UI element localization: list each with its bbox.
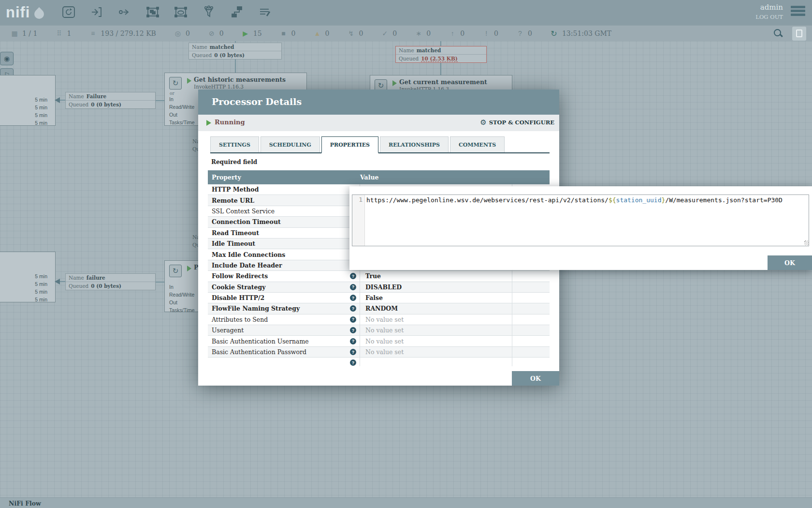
current-user: admin xyxy=(755,3,783,12)
status-disabled: ↯ 0 xyxy=(347,30,363,37)
tab-scheduling[interactable]: SCHEDULING xyxy=(261,136,320,152)
running-indicator-icon xyxy=(392,80,397,86)
breadcrumb-bar: NiFi Flow xyxy=(0,497,812,508)
help-icon[interactable]: ? xyxy=(350,349,356,355)
connection-arrow-left-top xyxy=(55,97,60,103)
connection-line xyxy=(156,100,164,101)
tab-properties[interactable]: PROPERTIES xyxy=(321,136,378,153)
remote-url-value[interactable]: https://www.pegelonline.wsv.de/webservic… xyxy=(365,195,809,246)
logout-link[interactable]: LOG OUT xyxy=(755,14,783,20)
thread-grid-icon: ⠿ xyxy=(55,30,63,37)
status-up-to-date: ✓ 0 xyxy=(381,30,397,37)
global-menu-icon[interactable] xyxy=(791,6,805,18)
connection-line xyxy=(60,100,65,101)
running-icon: ▶ xyxy=(242,30,249,37)
status-transmitting: ◎ 0 xyxy=(174,30,190,37)
transmitting-icon: ◎ xyxy=(174,30,182,37)
nifi-drop-icon xyxy=(32,7,45,21)
settings-glyph-icon xyxy=(796,30,802,37)
connection-label-failure-bottom: Name failure Queued 0 (0 bytes) xyxy=(65,273,156,290)
connection-line xyxy=(440,63,441,75)
input-port-icon[interactable] xyxy=(88,4,105,20)
tab-relationships[interactable]: RELATIONSHIPS xyxy=(380,136,449,152)
dialog-status-row: Running ⚙ STOP & CONFIGURE xyxy=(198,115,559,131)
output-port-icon[interactable] xyxy=(116,4,133,20)
help-icon[interactable]: ? xyxy=(350,273,356,279)
status-stopped: ■ 0 xyxy=(280,30,296,37)
operate-settings-button[interactable] xyxy=(792,27,806,41)
table-row[interactable]: Useragent? No value set xyxy=(208,325,550,336)
table-row[interactable]: Cookie Strategy? DISABLED xyxy=(208,282,550,293)
table-row[interactable]: Basic Authentication Password? No value … xyxy=(208,347,550,358)
queued-list-icon: ≡ xyxy=(89,30,97,37)
required-field-note: Required field xyxy=(211,159,257,165)
template-icon[interactable] xyxy=(229,4,245,20)
running-status-icon xyxy=(206,120,211,126)
dialog-tabs: SETTINGS SCHEDULING PROPERTIES RELATIONS… xyxy=(210,136,550,153)
processor-icon[interactable] xyxy=(60,4,77,20)
canvas-fragment-button-1: ◉ xyxy=(0,52,14,65)
label-icon[interactable] xyxy=(257,4,273,20)
stale-icon: ↑ xyxy=(449,30,456,37)
column-header-property: Property xyxy=(212,174,360,181)
connection-line xyxy=(60,281,65,282)
line-number-gutter: 1 xyxy=(352,195,365,246)
connection-line xyxy=(440,41,441,46)
help-icon[interactable]: ? xyxy=(350,295,356,301)
partial-processor-left-top: 5 min 5 min 5 min 5 min xyxy=(0,75,56,126)
help-icon[interactable]: ? xyxy=(350,338,356,344)
partial-processor-left-bottom: 5 min 5 min 5 min 5 min xyxy=(0,252,56,302)
funnel-icon[interactable] xyxy=(201,4,217,20)
tab-comments[interactable]: COMMENTS xyxy=(450,136,505,152)
dialog-ok-button[interactable]: OK xyxy=(512,371,559,386)
value-editor-popup: 1 https://www.pegelonline.wsv.de/webserv… xyxy=(349,186,812,270)
help-icon[interactable]: ? xyxy=(350,284,356,290)
sync-failure-icon: ? xyxy=(516,30,524,37)
status-not-transmitting: ⊘ 0 xyxy=(208,30,224,37)
cluster-cubes-icon: ▦ xyxy=(11,30,18,37)
status-stale: ↑ 0 xyxy=(449,30,464,37)
locally-modified-icon: ∗ xyxy=(415,30,422,37)
connection-label-failure: Name Failure Queued 0 (0 bytes) xyxy=(65,92,156,109)
help-icon[interactable]: ? xyxy=(350,327,356,333)
status-locally-modified-stale: ! 0 xyxy=(482,30,498,37)
value-editor-textarea[interactable]: 1 https://www.pegelonline.wsv.de/webserv… xyxy=(352,194,809,246)
top-toolbar: nifi admin LOG OUT xyxy=(0,0,812,25)
running-indicator-icon xyxy=(187,266,191,271)
table-row[interactable]: FlowFile Naming Strategy? RANDOM xyxy=(208,303,550,314)
refresh-icon[interactable]: ↻ xyxy=(550,29,558,38)
status-bar: ▦ 1 / 1 ⠿ 1 ≡ 193 / 279.12 KB ◎ 0 ⊘ 0 ▶ … xyxy=(0,25,812,41)
table-row[interactable]: Basic Authentication Username? No value … xyxy=(208,336,550,346)
tab-settings[interactable]: SETTINGS xyxy=(210,136,259,152)
table-row[interactable]: Follow Redirects? True xyxy=(208,271,550,282)
stopped-icon: ■ xyxy=(280,30,288,37)
breadcrumb[interactable]: NiFi Flow xyxy=(9,500,41,507)
invalid-icon: ▲ xyxy=(313,30,321,37)
connection-label-matched: Name matched Queued 0 (0 bytes) xyxy=(188,43,282,60)
status-running: ▶ 15 xyxy=(242,30,262,37)
disabled-icon: ↯ xyxy=(347,30,355,37)
connection-line xyxy=(235,59,236,73)
running-indicator-icon xyxy=(187,78,191,84)
connection-label-matched-selected: Name matched Queued 10 (2.53 KB) xyxy=(395,46,487,63)
status-invalid: ▲ 0 xyxy=(313,30,329,37)
gear-icon: ⚙ xyxy=(480,118,486,127)
processor-type-icon: ↻ xyxy=(169,265,182,277)
value-editor-ok-button[interactable]: OK xyxy=(768,255,812,270)
processor-type-icon: ↻ xyxy=(169,77,182,90)
table-row[interactable]: Disable HTTP/2? False xyxy=(208,293,550,303)
resize-handle-icon[interactable] xyxy=(804,240,809,245)
up-to-date-icon: ✓ xyxy=(381,30,389,37)
help-icon[interactable]: ? xyxy=(350,316,356,323)
connection-arrow-left-bottom xyxy=(55,279,60,284)
table-row[interactable]: Attributes to Send? No value set xyxy=(208,314,550,325)
search-icon[interactable] xyxy=(773,28,783,39)
connection-line xyxy=(156,282,164,283)
component-toolbar xyxy=(60,4,273,20)
stop-and-configure-button[interactable]: ⚙ STOP & CONFIGURE xyxy=(480,118,554,127)
remote-process-group-icon[interactable] xyxy=(173,4,189,20)
refresh-area: ↻ 13:51:03 GMT xyxy=(550,29,611,38)
help-icon[interactable]: ? xyxy=(350,305,356,312)
process-group-icon[interactable] xyxy=(145,4,161,20)
properties-table-header: Property Value xyxy=(208,170,550,184)
